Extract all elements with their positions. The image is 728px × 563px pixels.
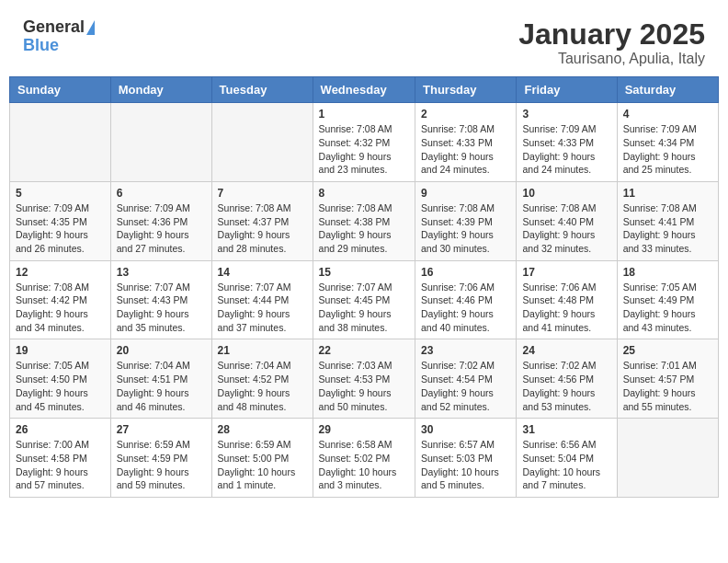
day-info: Sunrise: 6:59 AM Sunset: 4:59 PM Dayligh…: [117, 438, 206, 492]
calendar-day-cell: 4Sunrise: 7:09 AM Sunset: 4:34 PM Daylig…: [617, 103, 718, 182]
day-info: Sunrise: 7:09 AM Sunset: 4:35 PM Dayligh…: [16, 201, 105, 256]
day-number: 24: [522, 344, 610, 357]
calendar-day-cell: 29Sunrise: 6:58 AM Sunset: 5:02 PM Dayli…: [313, 419, 415, 498]
calendar-title: January 2025: [518, 18, 705, 51]
calendar-day-cell: 7Sunrise: 7:08 AM Sunset: 4:37 PM Daylig…: [211, 181, 313, 260]
day-info: Sunrise: 7:09 AM Sunset: 4:36 PM Dayligh…: [117, 201, 206, 256]
calendar-day-cell: 31Sunrise: 6:56 AM Sunset: 5:04 PM Dayli…: [517, 419, 617, 498]
day-info: Sunrise: 7:03 AM Sunset: 4:53 PM Dayligh…: [319, 359, 409, 413]
logo-blue-text: Blue: [23, 37, 59, 55]
weekday-header-tuesday: Tuesday: [211, 77, 313, 103]
calendar-day-cell: 11Sunrise: 7:08 AM Sunset: 4:41 PM Dayli…: [617, 181, 718, 260]
calendar-day-cell: 13Sunrise: 7:07 AM Sunset: 4:43 PM Dayli…: [110, 260, 211, 339]
day-number: 29: [319, 423, 409, 436]
weekday-header-sunday: Sunday: [10, 77, 111, 103]
calendar-day-cell: [211, 103, 313, 182]
weekday-header-monday: Monday: [110, 77, 211, 103]
calendar-day-cell: 18Sunrise: 7:05 AM Sunset: 4:49 PM Dayli…: [617, 260, 718, 339]
logo: General Blue: [23, 18, 95, 55]
calendar-day-cell: [10, 103, 111, 182]
day-number: 20: [117, 344, 206, 357]
calendar-day-cell: 24Sunrise: 7:02 AM Sunset: 4:56 PM Dayli…: [517, 339, 617, 419]
calendar-day-cell: 2Sunrise: 7:08 AM Sunset: 4:33 PM Daylig…: [415, 103, 517, 182]
day-info: Sunrise: 7:02 AM Sunset: 4:56 PM Dayligh…: [522, 359, 610, 413]
day-number: 16: [421, 266, 510, 279]
calendar-day-cell: 3Sunrise: 7:09 AM Sunset: 4:33 PM Daylig…: [517, 103, 617, 182]
day-info: Sunrise: 7:06 AM Sunset: 4:48 PM Dayligh…: [522, 281, 610, 335]
calendar-week-row: 12Sunrise: 7:08 AM Sunset: 4:42 PM Dayli…: [10, 260, 719, 339]
day-info: Sunrise: 7:08 AM Sunset: 4:33 PM Dayligh…: [421, 122, 510, 177]
day-info: Sunrise: 7:09 AM Sunset: 4:34 PM Dayligh…: [623, 122, 712, 177]
calendar-day-cell: 8Sunrise: 7:08 AM Sunset: 4:38 PM Daylig…: [313, 181, 415, 260]
calendar-week-row: 5Sunrise: 7:09 AM Sunset: 4:35 PM Daylig…: [10, 181, 719, 260]
title-block: January 2025 Taurisano, Apulia, Italy: [518, 18, 705, 67]
day-number: 15: [319, 266, 409, 279]
day-info: Sunrise: 7:08 AM Sunset: 4:41 PM Dayligh…: [623, 201, 712, 256]
day-number: 13: [117, 266, 206, 279]
calendar-day-cell: 14Sunrise: 7:07 AM Sunset: 4:44 PM Dayli…: [211, 260, 313, 339]
calendar-day-cell: 25Sunrise: 7:01 AM Sunset: 4:57 PM Dayli…: [617, 339, 718, 419]
day-number: 4: [623, 108, 712, 121]
logo-triangle-icon: [86, 20, 95, 35]
weekday-header-wednesday: Wednesday: [313, 77, 415, 103]
day-number: 21: [218, 344, 307, 357]
calendar-day-cell: 30Sunrise: 6:57 AM Sunset: 5:03 PM Dayli…: [415, 419, 517, 498]
weekday-header-thursday: Thursday: [415, 77, 517, 103]
page-header: General Blue January 2025 Taurisano, Apu…: [9, 9, 719, 72]
logo-general-text: General: [23, 18, 85, 37]
day-number: 5: [16, 187, 105, 200]
calendar-day-cell: 21Sunrise: 7:04 AM Sunset: 4:52 PM Dayli…: [211, 339, 313, 419]
day-number: 12: [16, 266, 105, 279]
weekday-header-row: SundayMondayTuesdayWednesdayThursdayFrid…: [10, 77, 719, 103]
calendar-day-cell: 19Sunrise: 7:05 AM Sunset: 4:50 PM Dayli…: [10, 339, 111, 419]
day-info: Sunrise: 7:01 AM Sunset: 4:57 PM Dayligh…: [623, 359, 712, 413]
day-info: Sunrise: 6:57 AM Sunset: 5:03 PM Dayligh…: [421, 438, 510, 492]
calendar-day-cell: 15Sunrise: 7:07 AM Sunset: 4:45 PM Dayli…: [313, 260, 415, 339]
day-number: 2: [421, 108, 510, 121]
day-number: 3: [522, 108, 610, 121]
day-number: 10: [522, 187, 610, 200]
calendar-day-cell: 28Sunrise: 6:59 AM Sunset: 5:00 PM Dayli…: [211, 419, 313, 498]
day-number: 31: [522, 423, 610, 436]
calendar-day-cell: [110, 103, 211, 182]
calendar-day-cell: 20Sunrise: 7:04 AM Sunset: 4:51 PM Dayli…: [110, 339, 211, 419]
day-number: 26: [16, 423, 105, 436]
day-number: 8: [319, 187, 409, 200]
day-info: Sunrise: 7:07 AM Sunset: 4:43 PM Dayligh…: [117, 281, 206, 335]
day-info: Sunrise: 7:08 AM Sunset: 4:37 PM Dayligh…: [218, 201, 307, 256]
calendar-day-cell: 1Sunrise: 7:08 AM Sunset: 4:32 PM Daylig…: [313, 103, 415, 182]
day-number: 27: [117, 423, 206, 436]
day-number: 11: [623, 187, 712, 200]
day-info: Sunrise: 7:05 AM Sunset: 4:50 PM Dayligh…: [16, 359, 105, 413]
day-info: Sunrise: 7:04 AM Sunset: 4:52 PM Dayligh…: [218, 359, 307, 413]
calendar-day-cell: 12Sunrise: 7:08 AM Sunset: 4:42 PM Dayli…: [10, 260, 111, 339]
calendar-day-cell: 6Sunrise: 7:09 AM Sunset: 4:36 PM Daylig…: [110, 181, 211, 260]
calendar-day-cell: [617, 419, 718, 498]
day-number: 1: [319, 108, 409, 121]
day-info: Sunrise: 7:05 AM Sunset: 4:49 PM Dayligh…: [623, 281, 712, 335]
day-number: 7: [218, 187, 307, 200]
calendar-week-row: 19Sunrise: 7:05 AM Sunset: 4:50 PM Dayli…: [10, 339, 719, 419]
calendar-day-cell: 17Sunrise: 7:06 AM Sunset: 4:48 PM Dayli…: [517, 260, 617, 339]
calendar-week-row: 26Sunrise: 7:00 AM Sunset: 4:58 PM Dayli…: [10, 419, 719, 498]
day-info: Sunrise: 7:08 AM Sunset: 4:38 PM Dayligh…: [319, 201, 409, 256]
day-number: 18: [623, 266, 712, 279]
day-info: Sunrise: 7:00 AM Sunset: 4:58 PM Dayligh…: [16, 438, 105, 492]
weekday-header-saturday: Saturday: [617, 77, 718, 103]
day-number: 25: [623, 344, 712, 357]
day-info: Sunrise: 7:08 AM Sunset: 4:42 PM Dayligh…: [16, 281, 105, 335]
day-info: Sunrise: 6:56 AM Sunset: 5:04 PM Dayligh…: [522, 438, 610, 492]
calendar-subtitle: Taurisano, Apulia, Italy: [518, 51, 705, 67]
day-info: Sunrise: 7:09 AM Sunset: 4:33 PM Dayligh…: [522, 122, 610, 177]
day-info: Sunrise: 7:02 AM Sunset: 4:54 PM Dayligh…: [421, 359, 510, 413]
calendar-table: SundayMondayTuesdayWednesdayThursdayFrid…: [9, 76, 719, 498]
day-info: Sunrise: 7:08 AM Sunset: 4:40 PM Dayligh…: [522, 201, 610, 256]
calendar-day-cell: 10Sunrise: 7:08 AM Sunset: 4:40 PM Dayli…: [517, 181, 617, 260]
day-info: Sunrise: 7:04 AM Sunset: 4:51 PM Dayligh…: [117, 359, 206, 413]
calendar-day-cell: 22Sunrise: 7:03 AM Sunset: 4:53 PM Dayli…: [313, 339, 415, 419]
calendar-day-cell: 23Sunrise: 7:02 AM Sunset: 4:54 PM Dayli…: [415, 339, 517, 419]
day-info: Sunrise: 7:08 AM Sunset: 4:39 PM Dayligh…: [421, 201, 510, 256]
calendar-day-cell: 27Sunrise: 6:59 AM Sunset: 4:59 PM Dayli…: [110, 419, 211, 498]
day-number: 22: [319, 344, 409, 357]
day-number: 30: [421, 423, 510, 436]
